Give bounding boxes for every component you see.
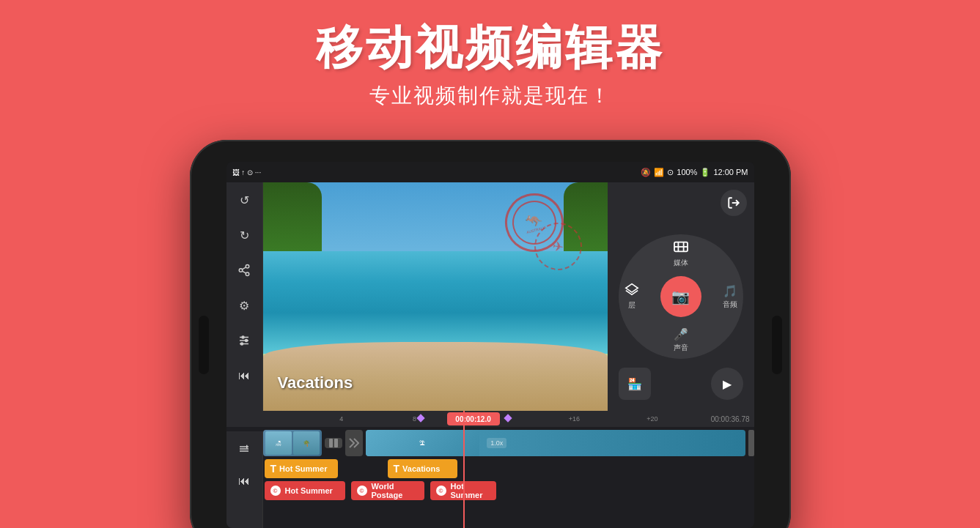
timeline-add-button[interactable]	[232, 437, 256, 461]
undo-button[interactable]: ↺	[232, 188, 256, 212]
wheel-media-section[interactable]: 媒体	[673, 240, 689, 268]
svg-line-3	[242, 271, 246, 273]
text-icon-2: T	[394, 463, 400, 475]
svg-rect-18	[334, 439, 338, 447]
effect-icon-1: ©	[270, 486, 281, 496]
diamond-marker-2	[504, 414, 512, 422]
clock-icon: ⊙	[667, 168, 674, 177]
vacations-text-overlay: Vacations	[278, 373, 353, 393]
timeline-home-button[interactable]: ⏮	[232, 469, 256, 493]
play-button[interactable]: ▶	[711, 368, 743, 400]
phone-device: 🖼 ↑ ⊙ ··· 🔕 📶 ⊙ 100% 🔋 12:00 PM ↺	[190, 140, 791, 528]
current-time: 00:00:12.0	[455, 415, 490, 423]
battery-text: 100%	[677, 168, 697, 176]
phone-body: 🖼 ↑ ⊙ ··· 🔕 📶 ⊙ 100% 🔋 12:00 PM ↺	[190, 140, 791, 528]
effect-track: © Hot Summer © World Postage © Hot Summe…	[263, 481, 754, 500]
status-bar-left: 🖼 ↑ ⊙ ···	[232, 168, 262, 176]
media-icon	[673, 240, 689, 256]
effect-segment-world-postage[interactable]: © World Postage	[351, 481, 424, 500]
text-icon-1: T	[270, 463, 277, 475]
text-label-hot-summer-1: Hot Summer	[279, 464, 327, 473]
sub-title: 专业视频制作就是现在！	[0, 82, 980, 110]
share-button[interactable]	[232, 259, 256, 282]
ruler-mark-8: 8	[413, 415, 416, 423]
main-title: 移动视频编辑器	[0, 22, 980, 73]
audio-icon: 🎵	[723, 284, 737, 298]
effect-label-1: Hot Summer	[285, 486, 333, 495]
timeline-section: 4 8 00:00:12.0 +16 +20 00:00:36.78	[226, 411, 754, 528]
svg-line-4	[242, 267, 246, 269]
end-time: 00:00:36.78	[711, 415, 750, 423]
mute-icon: 🔕	[641, 168, 651, 177]
battery-icon: 🔋	[700, 168, 710, 177]
left-toolbar: ↺ ↻ ⚙	[226, 182, 263, 411]
right-controls: 媒体 🎵 音频 🎤 声音	[608, 182, 754, 411]
svg-rect-17	[329, 439, 333, 447]
wheel-voice-section[interactable]: 🎤 声音	[674, 327, 688, 353]
exit-button[interactable]	[721, 190, 747, 216]
svg-point-10	[241, 343, 243, 345]
ruler-mark-4: 4	[339, 415, 343, 423]
text-segment-hot-summer-1[interactable]: T Hot Summer	[265, 459, 338, 478]
video-preview: 🦘 AUSTRALIA ✈ Vacations	[263, 182, 608, 411]
effect-icon-3: ©	[436, 486, 446, 496]
plane-icon: ✈	[551, 238, 564, 256]
mic-icon: 🎤	[674, 327, 688, 341]
layer-label: 层	[628, 300, 635, 311]
notification-icons: 🖼 ↑ ⊙ ···	[232, 168, 262, 176]
media-label: 媒体	[674, 258, 688, 268]
editor-area: ↺ ↻ ⚙	[226, 182, 754, 528]
ruler-mark-16: +16	[569, 415, 580, 423]
control-wheel: 媒体 🎵 音频 🎤 声音	[619, 234, 743, 359]
text-label-vacations: Vacations	[402, 464, 440, 473]
diamond-marker-1	[416, 414, 424, 422]
svg-point-9	[246, 340, 248, 342]
wifi-icon: 📶	[654, 168, 664, 177]
settings-button[interactable]: ⚙	[232, 294, 256, 317]
speaker-left	[199, 316, 209, 374]
time-indicator: 00:00:12.0	[447, 412, 500, 425]
track-transition-1[interactable]	[325, 438, 342, 448]
video-segment-main[interactable]: 🏝 1.0x	[366, 430, 745, 456]
effect-label-2: World Postage	[372, 482, 419, 499]
svg-point-2	[246, 272, 249, 276]
bottom-left-toolbar: ⏮	[226, 431, 263, 528]
time-display: 12:00 PM	[713, 168, 748, 176]
top-text-area: 移动视频编辑器 专业视频制作就是现在！	[0, 22, 980, 110]
text-segment-vacations[interactable]: T Vacations	[388, 459, 457, 478]
effect-segment-hot-summer-1[interactable]: © Hot Summer	[265, 481, 345, 500]
svg-point-0	[246, 265, 249, 269]
redo-button[interactable]: ↻	[232, 223, 256, 247]
timeline-ruler: 4 8 00:00:12.0 +16 +20 00:00:36.78	[226, 411, 754, 427]
text-track: T Hot Summer T Vacations	[263, 459, 754, 478]
voice-label: 声音	[674, 343, 688, 353]
layer-icon	[625, 283, 639, 299]
wheel-layer-section[interactable]: 层	[625, 283, 639, 311]
playhead	[463, 411, 465, 528]
video-track: 🏖 🌴	[263, 430, 754, 456]
wheel-audio-section[interactable]: 🎵 音频	[723, 284, 737, 310]
rewind-button[interactable]: ⏮	[232, 364, 256, 387]
status-bar-right: 🔕 📶 ⊙ 100% 🔋 12:00 PM	[641, 168, 748, 177]
effect-label-3: Hot Summer	[451, 482, 490, 499]
camera-icon: 📷	[671, 288, 690, 305]
video-segment-1[interactable]: 🏖 🌴	[263, 430, 322, 456]
svg-point-1	[239, 269, 243, 272]
effect-icon-2: ©	[357, 486, 367, 496]
editor-top: ↺ ↻ ⚙	[226, 182, 754, 411]
track-transition-2[interactable]	[345, 430, 363, 456]
shop-button[interactable]: 🏪	[619, 368, 651, 400]
speaker-right	[772, 316, 782, 374]
adjust-button[interactable]	[232, 329, 256, 352]
speed-badge: 1.0x	[487, 438, 506, 448]
track-resize-handle[interactable]	[748, 430, 754, 456]
svg-point-8	[242, 336, 244, 338]
ruler-mark-20: +20	[646, 415, 657, 423]
wheel-center-button[interactable]: 📷	[660, 276, 701, 317]
phone-screen: 🖼 ↑ ⊙ ··· 🔕 📶 ⊙ 100% 🔋 12:00 PM ↺	[226, 162, 754, 528]
audio-label: 音频	[723, 300, 737, 310]
status-bar: 🖼 ↑ ⊙ ··· 🔕 📶 ⊙ 100% 🔋 12:00 PM	[226, 162, 754, 182]
